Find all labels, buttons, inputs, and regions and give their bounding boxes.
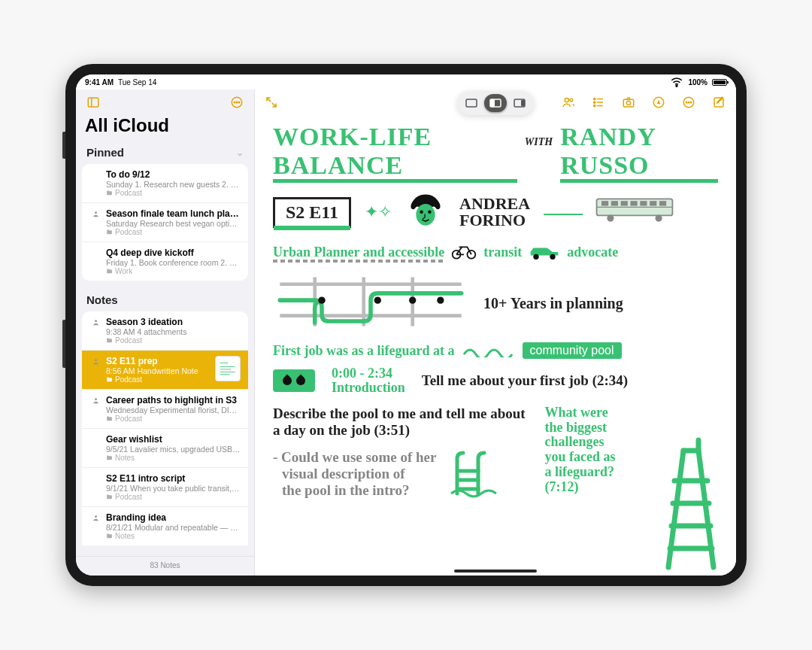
sidebar-title: All iCloud: [76, 115, 254, 141]
multitask-split[interactable]: [484, 94, 507, 112]
svg-point-32: [688, 102, 689, 103]
svg-rect-21: [521, 100, 525, 106]
pool-ladder-icon: [448, 445, 501, 498]
svg-rect-40: [601, 201, 608, 205]
note-row[interactable]: Q4 deep dive kickoffFriday 1. Book confe…: [82, 241, 248, 281]
svg-point-56: [437, 297, 444, 304]
svg-point-16: [95, 515, 97, 518]
question-3c: the pool in the intro?: [273, 482, 436, 499]
note-title: S2 E11 prep: [106, 356, 209, 366]
play-markers-icon: [273, 369, 315, 392]
note-title: To do 9/12: [106, 169, 241, 180]
svg-point-3: [234, 102, 235, 103]
multitask-slideover[interactable]: [508, 94, 531, 112]
sidebar-toggle-button[interactable]: [83, 93, 103, 112]
svg-rect-46: [659, 201, 666, 205]
svg-point-48: [656, 215, 662, 222]
camera-insert-button[interactable]: [619, 93, 638, 112]
svg-rect-1: [88, 98, 98, 107]
note-meta: 9:38 AM 4 attachments: [106, 327, 241, 336]
svg-point-5: [238, 102, 240, 103]
status-date: Tue Sep 14: [118, 78, 156, 87]
share-collaborate-button[interactable]: [559, 93, 578, 112]
svg-point-51: [534, 254, 539, 260]
car-icon: [528, 243, 561, 261]
multitask-fullscreen[interactable]: [460, 94, 483, 112]
svg-point-25: [594, 102, 595, 103]
note-meta: 8/21/21 Modular and repeatable — standa…: [106, 523, 241, 532]
note-title: Career paths to highlight in S3: [106, 395, 241, 405]
note-folder: Podcast: [106, 228, 241, 236]
guest-name: ANDREA FORINO: [459, 196, 530, 229]
bike-icon: [450, 243, 477, 261]
svg-point-4: [236, 102, 238, 103]
screen: 9:41 AM Tue Sep 14 100%: [76, 74, 736, 576]
more-button[interactable]: [679, 93, 698, 112]
note-folder: Podcast: [106, 375, 209, 384]
note-folder: Podcast: [106, 189, 241, 197]
note-meta: Wednesday Experimental florist, DIY film…: [106, 405, 241, 415]
note-folder: Work: [106, 267, 241, 275]
new-note-button[interactable]: [709, 93, 729, 112]
svg-rect-19: [490, 99, 495, 107]
note-title-a: WORK-LIFE BALANCE: [273, 123, 517, 180]
table-insert-button[interactable]: [589, 93, 608, 112]
shared-icon: [91, 396, 100, 406]
question-3a: - Could we use some of her: [273, 449, 436, 466]
note-row[interactable]: S2 E11 intro script9/1/21 When you take …: [82, 467, 248, 506]
shared-icon: [91, 357, 100, 367]
more-options-button[interactable]: [227, 93, 247, 112]
section-pinned[interactable]: Pinned ⌄: [76, 141, 254, 164]
shared-icon: [91, 514, 100, 524]
note-title: Season 3 ideation: [106, 317, 241, 327]
svg-point-26: [594, 105, 595, 106]
svg-point-8: [95, 359, 97, 361]
note-meta: Friday 1. Book conference room 2. Send o…: [106, 258, 241, 267]
note-folder: Notes: [106, 454, 241, 462]
question-1: Tell me about your first job (2:34): [422, 372, 628, 389]
sidebar-footer: 83 Notes: [76, 556, 254, 576]
svg-point-36: [420, 211, 423, 214]
face-sketch-icon: [405, 190, 446, 234]
episode-box: S2 E11: [273, 197, 351, 228]
svg-point-55: [409, 297, 416, 304]
svg-rect-17: [466, 99, 477, 107]
home-indicator[interactable]: [454, 570, 537, 573]
svg-point-31: [686, 102, 687, 103]
lifeguard-a: First job was as a lifeguard at a: [273, 343, 455, 359]
note-row[interactable]: Season finale team lunch planningSaturda…: [82, 202, 248, 241]
note-thumbnail: WORK: [215, 356, 241, 381]
shared-icon: [91, 210, 100, 220]
note-folder: Podcast: [106, 493, 241, 501]
note-row[interactable]: To do 9/12Sunday 1. Research new guests …: [82, 164, 248, 202]
note-row[interactable]: Branding idea8/21/21 Modular and repeata…: [82, 506, 248, 545]
note-editor: WORK-LIFE BALANCE WITH RANDY RUSSO S2 E1…: [255, 90, 736, 576]
wave-icon: [462, 344, 515, 357]
svg-rect-44: [640, 201, 647, 205]
note-title: Gear wishlist: [106, 434, 241, 445]
note-folder: Podcast: [106, 415, 241, 423]
bus-icon: [593, 193, 676, 231]
note-title: Season finale team lunch planning: [106, 208, 241, 219]
svg-point-22: [565, 98, 568, 102]
spark-icon: ✦✧: [365, 202, 392, 222]
notes-list: Season 3 ideation9:38 AM 4 attachmentsPo…: [82, 311, 248, 545]
section-notes[interactable]: Notes: [76, 288, 254, 311]
note-title: Q4 deep dive kickoff: [106, 248, 241, 258]
svg-point-47: [607, 215, 614, 222]
expand-arrows-icon[interactable]: [262, 93, 280, 111]
handwritten-canvas[interactable]: WORK-LIFE BALANCE WITH RANDY RUSSO S2 E1…: [255, 115, 736, 576]
ipad-frame: 9:41 AM Tue Sep 14 100%: [65, 64, 747, 586]
note-row[interactable]: Gear wishlist9/5/21 Lavalier mics, upgra…: [82, 428, 248, 467]
note-row[interactable]: S2 E11 prep8:56 AM Handwritten NotePodca…: [82, 350, 248, 389]
status-time: 9:41 AM: [85, 78, 114, 87]
svg-point-23: [570, 99, 573, 102]
markup-button[interactable]: [649, 93, 668, 112]
svg-point-54: [374, 297, 381, 304]
svg-point-6: [95, 211, 97, 214]
note-row[interactable]: Career paths to highlight in S3Wednesday…: [82, 389, 248, 428]
svg-rect-42: [621, 201, 628, 205]
note-row[interactable]: Season 3 ideation9:38 AM 4 attachmentsPo…: [82, 311, 248, 350]
note-meta: Sunday 1. Research new guests 2. Edit in…: [106, 180, 241, 189]
status-battery: 100%: [688, 78, 707, 87]
